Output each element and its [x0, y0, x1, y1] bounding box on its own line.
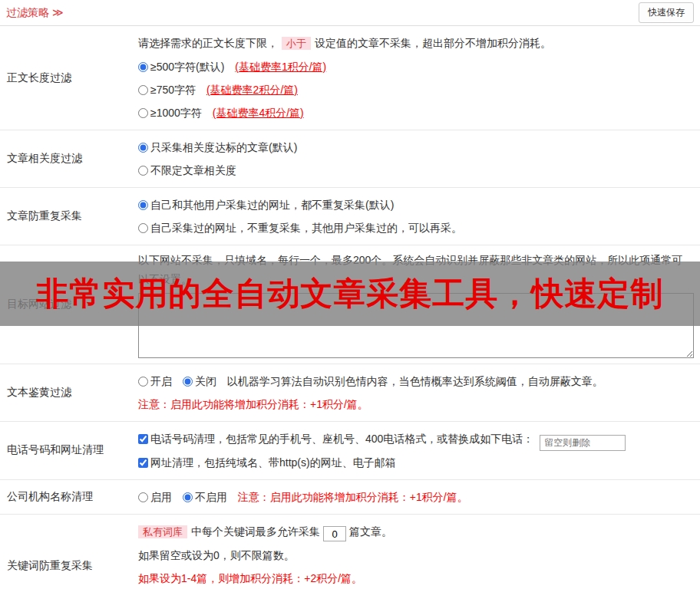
section-label-relevance: 文章相关度过滤 — [0, 130, 134, 187]
relevance-option-any-label: 不限定文章相关度 — [150, 164, 236, 176]
length-option-1000-fee-note: (基础费率4积分/篇) — [213, 107, 304, 119]
company-radio-off[interactable] — [183, 492, 193, 502]
length-option-750-label: ≥750字符 — [150, 84, 196, 96]
keyword-dedup-content: 私有词库中每个关键词最多允许采集篇文章。 如果留空或设为0，则不限篇数。 如果设… — [134, 515, 700, 589]
url-clean-checkbox[interactable] — [138, 458, 148, 468]
section-label-dedup: 文章防重复采集 — [0, 188, 134, 245]
section-company-clean: 公司机构名称清理 启用 不启用 注意：启用此功能将增加积分消耗：+1积分/篇。 — [0, 480, 700, 515]
company-radio-on[interactable] — [138, 492, 148, 502]
length-radio-1000[interactable] — [138, 108, 148, 118]
phone-clean-label: 电话号码清理，包括常见的手机号、座机号、400电话格式，或替换成如下电话： — [150, 433, 533, 445]
phone-clean-option[interactable]: 电话号码清理，包括常见的手机号、座机号、400电话格式，或替换成如下电话： — [138, 427, 533, 450]
section-phone-url-clean: 电话号码和网址清理 电话号码清理，包括常见的手机号、座机号、400电话格式，或替… — [0, 422, 700, 480]
relevance-option-match[interactable]: 只采集相关度达标的文章(默认) — [138, 136, 297, 159]
toolbar: 过滤策略 ≫ 快速保存 — [0, 0, 700, 26]
dedup-option-global[interactable]: 自己和其他用户采集过的网址，都不重复采集(默认) — [138, 193, 394, 216]
less-than-highlight: 小于 — [282, 37, 311, 50]
length-option-1000-label: ≥1000字符 — [150, 107, 202, 119]
company-option-off[interactable]: 不启用 — [183, 485, 227, 508]
length-intro-before: 请选择需求的正文长度下限， — [138, 37, 278, 49]
relevance-option-match-label: 只采集相关度达标的文章(默认) — [150, 141, 297, 153]
dedup-radio-global[interactable] — [138, 200, 148, 210]
dedup-option-self-label: 自己采集过的网址，不重复采集，其他用户采集过的，可以再采。 — [150, 222, 462, 234]
relevance-radio-match[interactable] — [138, 143, 148, 153]
section-label-porn: 文本鉴黄过滤 — [0, 364, 134, 421]
keyword-note-zero: 如果留空或设为0，则不限篇数。 — [138, 544, 694, 567]
private-lexicon-highlight: 私有词库 — [138, 525, 187, 538]
company-clean-content: 启用 不启用 注意：启用此功能将增加积分消耗：+1积分/篇。 — [134, 480, 700, 514]
page-title-text: 过滤策略 — [6, 6, 49, 18]
length-option-750[interactable]: ≥750字符 — [138, 78, 196, 101]
porn-filter-content: 开启 关闭 以机器学习算法自动识别色情内容，当色情概率达到系统阈值，自动屏蔽文章… — [134, 364, 700, 421]
relevance-radio-any[interactable] — [138, 166, 148, 176]
section-label-phone-url: 电话号码和网址清理 — [0, 422, 134, 479]
section-porn-filter: 文本鉴黄过滤 开启 关闭 以机器学习算法自动识别色情内容，当色情概率达到系统阈值… — [0, 364, 700, 422]
porn-option-on-label: 开启 — [150, 375, 172, 387]
watermark-text: 非常实用的全自动文章采集工具，快速定制 — [37, 272, 664, 315]
section-keyword-dedup: 关键词防重复采集 私有词库中每个关键词最多允许采集篇文章。 如果留空或设为0，则… — [0, 515, 700, 589]
porn-radio-off[interactable] — [183, 377, 193, 387]
porn-filter-warning: 注意：启用此功能将增加积分消耗：+1积分/篇。 — [138, 393, 694, 416]
dedup-option-global-label: 自己和其他用户采集过的网址，都不重复采集(默认) — [150, 199, 394, 211]
quick-save-button[interactable]: 快速保存 — [639, 2, 694, 23]
section-label-keyword: 关键词防重复采集 — [0, 515, 134, 589]
dedup-content: 自己和其他用户采集过的网址，都不重复采集(默认) 自己采集过的网址，不重复采集，… — [134, 188, 700, 245]
relevance-option-any[interactable]: 不限定文章相关度 — [138, 159, 236, 182]
keyword-limit-text: 中每个关键词最多允许采集 — [191, 525, 320, 538]
section-label-length: 正文长度过滤 — [0, 26, 134, 130]
phone-url-content: 电话号码清理，包括常见的手机号、座机号、400电话格式，或替换成如下电话： 网址… — [134, 422, 700, 479]
dedup-radio-self[interactable] — [138, 223, 148, 233]
porn-option-off[interactable]: 关闭 — [183, 370, 216, 393]
length-option-1000[interactable]: ≥1000字符 — [138, 101, 202, 124]
section-relevance-filter: 文章相关度过滤 只采集相关度达标的文章(默认) 不限定文章相关度 — [0, 130, 700, 188]
porn-option-off-label: 关闭 — [195, 375, 216, 387]
length-radio-500[interactable] — [138, 62, 148, 72]
length-intro-after: 设定值的文章不采集，超出部分不增加积分消耗。 — [315, 37, 551, 49]
length-option-500[interactable]: ≥500字符(默认) — [138, 55, 224, 78]
phone-clean-checkbox[interactable] — [138, 434, 148, 444]
length-option-750-fee-note: (基础费率2积分/篇) — [206, 84, 298, 96]
porn-radio-on[interactable] — [138, 377, 148, 387]
replacement-phone-input[interactable] — [540, 435, 626, 451]
url-clean-option[interactable]: 网址清理，包括纯域名、带http(s)的网址、电子邮箱 — [138, 451, 396, 474]
dedup-option-self[interactable]: 自己采集过的网址，不重复采集，其他用户采集过的，可以再采。 — [138, 216, 462, 239]
length-filter-content: 请选择需求的正文长度下限，小于设定值的文章不采集，超出部分不增加积分消耗。 ≥5… — [134, 26, 700, 130]
url-clean-label: 网址清理，包括纯域名、带http(s)的网址、电子邮箱 — [150, 456, 396, 469]
company-option-off-label: 不启用 — [195, 491, 227, 503]
keyword-limit-suffix: 篇文章。 — [349, 525, 392, 538]
porn-filter-description: 以机器学习算法自动识别色情内容，当色情概率达到系统阈值，自动屏蔽文章。 — [227, 375, 603, 387]
page-title[interactable]: 过滤策略 ≫ — [6, 6, 64, 20]
company-option-on[interactable]: 启用 — [138, 485, 172, 508]
chevron-double-icon: ≫ — [52, 6, 64, 18]
porn-option-on[interactable]: 开启 — [138, 370, 172, 393]
section-dedup-collect: 文章防重复采集 自己和其他用户采集过的网址，都不重复采集(默认) 自己采集过的网… — [0, 188, 700, 245]
length-radio-750[interactable] — [138, 85, 148, 95]
keyword-limit-input[interactable] — [323, 526, 346, 541]
section-label-company: 公司机构名称清理 — [0, 480, 134, 514]
keyword-note-1to4: 如果设为1-4篇，则增加积分消耗：+2积分/篇。 — [138, 567, 694, 589]
company-clean-warning: 注意：启用此功能将增加积分消耗：+1积分/篇。 — [238, 491, 468, 503]
relevance-filter-content: 只采集相关度达标的文章(默认) 不限定文章相关度 — [134, 130, 700, 187]
length-option-500-fee-note: (基础费率1积分/篇) — [235, 61, 326, 73]
section-length-filter: 正文长度过滤 请选择需求的正文长度下限，小于设定值的文章不采集，超出部分不增加积… — [0, 26, 700, 130]
company-option-on-label: 启用 — [150, 491, 172, 503]
length-option-500-label: ≥500字符(默认) — [150, 61, 224, 73]
watermark-banner: 非常实用的全自动文章采集工具，快速定制 — [0, 262, 700, 326]
length-intro: 请选择需求的正文长度下限，小于设定值的文章不采集，超出部分不增加积分消耗。 — [138, 31, 694, 55]
